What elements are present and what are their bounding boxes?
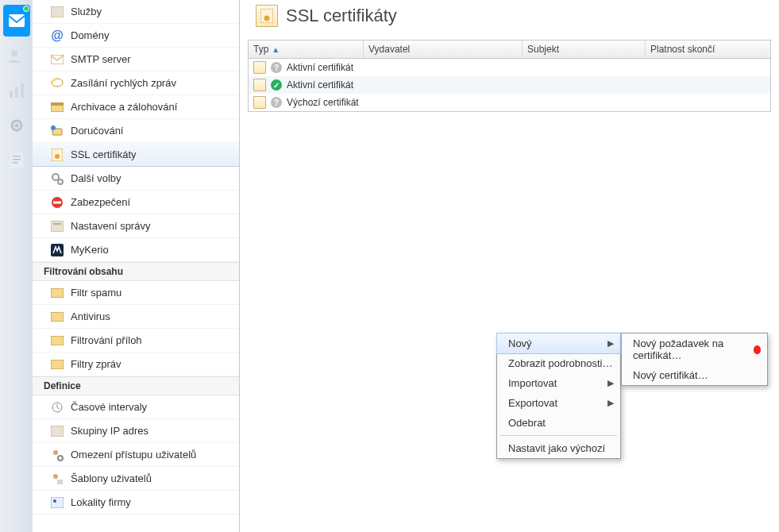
folder-icon <box>50 357 64 372</box>
svg-rect-11 <box>13 162 18 164</box>
rail-stats[interactable] <box>3 75 30 106</box>
sidebar-item-templates[interactable]: Šablony uživatelů <box>33 467 239 491</box>
svg-rect-13 <box>51 55 64 64</box>
svg-point-42 <box>264 16 270 21</box>
sidebar-item-label: Lokality firmy <box>71 496 131 508</box>
sidebar-item-attachment-filter[interactable]: Filtrování příloh <box>33 329 239 353</box>
sidebar-item-label: Filtry zpráv <box>71 358 121 370</box>
svg-rect-34 <box>51 426 64 437</box>
col-subject[interactable]: Subjekt <box>523 40 646 58</box>
mail-icon <box>9 14 25 27</box>
separator <box>500 435 617 436</box>
svg-rect-0 <box>9 14 25 27</box>
col-type[interactable]: Typ ▲ <box>249 40 364 58</box>
smtp-icon <box>50 52 64 67</box>
sidebar-item-antivirus[interactable]: Antivirus <box>33 305 239 329</box>
book-icon <box>50 5 64 19</box>
sidebar-item-label: Další volby <box>71 172 121 184</box>
users-icon <box>8 48 25 63</box>
stats-icon <box>10 83 24 98</box>
sub-new-cert[interactable]: Nový certifikát… <box>622 365 767 385</box>
sidebar-item-ssl[interactable]: SSL certifikáty <box>33 143 239 167</box>
doc-icon <box>10 152 23 168</box>
sidebar-item-label: Filtr spamu <box>71 287 121 299</box>
rail-settings[interactable] <box>3 110 30 141</box>
sidebar-item-admin[interactable]: Nastavení správy <box>33 214 239 238</box>
rail-mail[interactable] <box>3 5 30 37</box>
svg-rect-31 <box>51 336 64 345</box>
sidebar-item-label: Domény <box>71 29 109 41</box>
svg-point-21 <box>55 154 60 159</box>
sidebar-item-label: Filtrování příloh <box>71 334 142 346</box>
sidebar-item-locations[interactable]: Lokality firmy <box>33 491 239 515</box>
svg-rect-12 <box>51 6 64 17</box>
rail-doc[interactable] <box>3 145 30 176</box>
context-menu: Nový ▶ Zobrazit podrobnosti… Importovat … <box>496 333 621 459</box>
sidebar-item-mykerio[interactable]: MyKerio <box>33 238 239 262</box>
cert-icon <box>253 79 266 91</box>
svg-rect-8 <box>10 152 23 168</box>
page-title: SSL certifikáty <box>286 6 397 26</box>
sidebar-item-label: MyKerio <box>71 244 109 256</box>
ctx-set-default[interactable]: Nastavit jako výchozí <box>497 438 620 458</box>
sidebar-item-time[interactable]: Časové intervaly <box>33 395 239 419</box>
sidebar-item-label: Archivace a zálohování <box>71 101 177 113</box>
table-row[interactable]: ✓ Aktivní certifikát <box>249 76 770 94</box>
status-ok-icon: ✓ <box>271 79 282 91</box>
svg-rect-9 <box>13 156 21 157</box>
sidebar-item-message-filter[interactable]: Filtry zpráv <box>33 353 239 376</box>
ctx-new[interactable]: Nový ▶ <box>496 333 621 354</box>
page-title-row: SSL certifikáty <box>240 0 779 40</box>
sidebar-item-label: Zabezpečení <box>71 196 130 208</box>
svg-rect-25 <box>53 201 61 203</box>
svg-point-1 <box>11 50 17 56</box>
sub-new-request[interactable]: Nový požadavek na certifikát… <box>622 333 767 365</box>
admin-icon <box>50 219 64 233</box>
sidebar-item-spam[interactable]: Filtr spamu <box>33 281 239 305</box>
cert-icon <box>50 148 64 162</box>
sidebar-header-filter: Filtrování obsahu <box>33 262 239 281</box>
sidebar-item-im[interactable]: Zasílání rychlých zpráv <box>33 71 239 95</box>
svg-point-23 <box>58 179 63 184</box>
status-unknown-icon: ? <box>271 97 282 108</box>
svg-point-36 <box>58 456 63 461</box>
sidebar-item-label: SSL certifikáty <box>71 148 137 160</box>
svg-rect-29 <box>51 288 64 298</box>
table-body: ? Aktivní certifikát ✓ Aktivní certifiká… <box>249 59 770 111</box>
sidebar-item-archive[interactable]: Archivace a zálohování <box>33 95 239 119</box>
cert-icon <box>253 61 266 74</box>
folder-icon <box>50 333 64 348</box>
sidebar-item-services[interactable]: Služby <box>33 0 239 24</box>
sidebar-item-security[interactable]: Zabezpečení <box>33 191 239 214</box>
sidebar-item-ipgroups[interactable]: Skupiny IP adres <box>33 419 239 443</box>
folder-icon <box>50 310 64 324</box>
svg-rect-4 <box>15 87 18 98</box>
gear-icon <box>9 118 25 133</box>
ctx-details[interactable]: Zobrazit podrobnosti… <box>497 353 620 373</box>
sidebar-item-access[interactable]: Omezení přístupu uživatelů <box>33 443 239 467</box>
svg-point-22 <box>52 174 59 180</box>
ctx-export[interactable]: Exportovat ▶ <box>497 393 620 413</box>
svg-rect-32 <box>51 360 64 369</box>
rail-users[interactable] <box>3 40 30 71</box>
table-row[interactable]: ? Aktivní certifikát <box>249 59 770 76</box>
cert-icon <box>253 96 266 109</box>
sidebar-item-delivery[interactable]: Doručování <box>33 119 239 143</box>
col-expires[interactable]: Platnost skončí <box>646 40 770 58</box>
sidebar-item-smtp[interactable]: SMTP server <box>33 48 239 71</box>
sidebar-item-label: Omezení přístupu uživatelů <box>71 449 196 461</box>
ctx-import[interactable]: Importovat ▶ <box>497 373 620 393</box>
sidebar-item-label: SMTP server <box>71 53 131 65</box>
sidebar-item-label: Nastavení správy <box>71 220 150 232</box>
svg-rect-30 <box>51 312 64 322</box>
cert-type-label: Aktivní certifikát <box>287 79 353 91</box>
cert-type-label: Výchozí certifikát <box>287 97 359 108</box>
ctx-remove[interactable]: Odebrat <box>497 413 620 433</box>
sidebar-item-domains[interactable]: @ Domény <box>33 24 239 48</box>
chevron-right-icon: ▶ <box>607 378 614 388</box>
cert-table: Typ ▲ Vydavatel Subjekt Platnost skončí … <box>248 40 771 112</box>
svg-point-7 <box>14 124 18 128</box>
col-issuer[interactable]: Vydavatel <box>364 40 523 58</box>
table-row[interactable]: ? Výchozí certifikát <box>249 94 770 111</box>
sidebar-item-advanced[interactable]: Další volby <box>33 167 239 191</box>
